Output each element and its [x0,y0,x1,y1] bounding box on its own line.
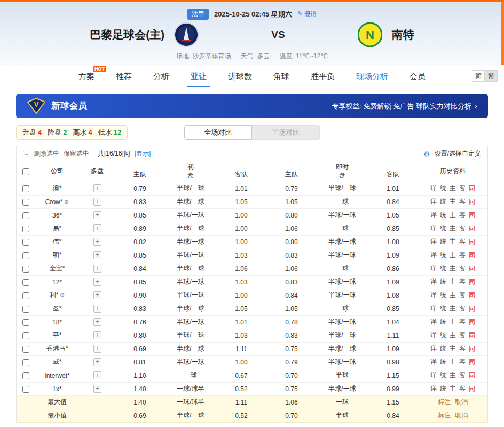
history-link-stats[interactable]: 统 [440,318,446,325]
history-link-same[interactable]: 同 [469,371,475,379]
row-checkbox[interactable] [22,239,29,246]
history-link-detail[interactable]: 详 [430,211,437,219]
nav-tab-6[interactable]: 角球 [263,65,300,87]
history-link-same[interactable]: 同 [469,331,475,339]
history-link-home[interactable]: 主 [450,251,456,259]
company-name[interactable]: 伟* [53,238,62,245]
history-link-detail[interactable]: 详 [430,385,437,392]
history-link-same[interactable]: 同 [469,265,475,272]
history-link-home[interactable]: 主 [450,291,456,299]
history-link-detail[interactable]: 详 [430,251,437,259]
history-link-away[interactable]: 客 [459,278,466,285]
history-link-stats[interactable]: 统 [440,211,446,219]
history-link-same[interactable]: 同 [469,238,475,245]
multi-odds-button[interactable]: + [93,305,101,313]
nav-tab-5[interactable]: 进球数 [217,65,263,87]
company-name[interactable]: Crow* [45,198,63,206]
company-name[interactable]: 明* [53,251,62,259]
row-checkbox[interactable] [22,185,29,192]
row-checkbox[interactable] [22,359,29,366]
multi-odds-button[interactable]: + [93,291,101,299]
row-checkbox[interactable] [22,306,29,313]
history-link-home[interactable]: 主 [450,265,456,272]
history-link-detail[interactable]: 详 [430,265,437,272]
multi-odds-button[interactable]: + [93,184,101,192]
row-checkbox[interactable] [22,266,29,273]
history-link-home[interactable]: 主 [450,184,456,192]
history-link-same[interactable]: 同 [469,211,475,219]
history-link-away[interactable]: 客 [459,358,466,366]
history-link-stats[interactable]: 统 [440,291,446,299]
history-link-home[interactable]: 主 [450,211,456,219]
history-link-home[interactable]: 主 [450,385,456,392]
history-link-stats[interactable]: 统 [440,184,446,192]
history-link-home[interactable]: 主 [450,318,456,325]
history-link-detail[interactable]: 详 [430,318,437,325]
history-link-same[interactable]: 同 [469,318,475,325]
history-link-stats[interactable]: 统 [440,251,446,259]
history-link-away[interactable]: 客 [459,211,466,219]
company-name[interactable]: 金宝* [50,265,65,272]
multi-odds-button[interactable]: + [93,371,101,379]
history-link-same[interactable]: 同 [469,198,475,205]
history-link-away[interactable]: 客 [459,224,466,232]
company-name[interactable]: 易* [53,224,62,232]
company-name[interactable]: 12* [52,278,62,286]
history-link-stats[interactable]: 统 [440,238,446,245]
history-link-detail[interactable]: 详 [430,358,437,366]
history-link-stats[interactable]: 统 [440,305,446,312]
history-link-same[interactable]: 同 [469,251,475,259]
history-link-home[interactable]: 主 [450,238,456,245]
row-checkbox[interactable] [22,226,29,232]
row-checkbox[interactable] [22,212,29,219]
nav-tab-1[interactable]: 方案HOT [68,65,105,87]
multi-odds-button[interactable]: + [93,318,101,326]
history-link-home[interactable]: 主 [450,371,456,379]
history-link-same[interactable]: 同 [469,291,475,299]
multi-odds-button[interactable]: + [93,385,101,393]
settings-customize-link[interactable]: 设置/选择自定义 [435,149,481,158]
select-action-icon[interactable] [23,151,29,157]
history-link-home[interactable]: 主 [450,224,456,232]
history-link-detail[interactable]: 详 [430,371,437,379]
delete-selected-button[interactable]: 删除选中 [34,149,59,158]
company-name[interactable]: 香港马* [46,345,68,352]
show-link[interactable]: [显示] [135,149,151,158]
history-link-same[interactable]: 同 [469,278,475,285]
gear-icon[interactable]: ⚙ [423,150,430,158]
summary-action-mark[interactable]: 标注 [438,398,451,406]
multi-odds-button[interactable]: + [93,331,101,339]
history-link-same[interactable]: 同 [469,305,475,312]
history-link-same[interactable]: 同 [469,184,475,192]
row-checkbox[interactable] [22,386,29,393]
company-name[interactable]: 澳* [53,184,62,192]
nav-tab-7[interactable]: 胜平负 [300,65,345,87]
history-link-detail[interactable]: 详 [430,238,437,245]
history-link-stats[interactable]: 统 [440,345,446,352]
lang-traditional-button[interactable]: 繁 [485,70,498,82]
company-name[interactable]: 36* [52,212,62,219]
history-link-same[interactable]: 同 [469,358,475,366]
row-checkbox[interactable] [22,372,29,379]
history-link-home[interactable]: 主 [450,305,456,312]
company-name[interactable]: Interwet* [44,372,69,379]
multi-odds-button[interactable]: + [93,358,101,366]
multi-odds-button[interactable]: + [93,238,101,246]
history-link-away[interactable]: 客 [459,184,466,192]
history-link-away[interactable]: 客 [459,238,466,245]
company-name[interactable]: 利* [50,291,59,299]
keep-selected-button[interactable]: 保留选中 [64,149,89,158]
history-link-detail[interactable]: 详 [430,278,437,285]
company-name[interactable]: 威* [53,358,62,366]
history-link-same[interactable]: 同 [469,385,475,392]
summary-action-cancel[interactable]: 取消 [455,412,468,419]
multi-odds-button[interactable]: + [93,265,101,273]
history-link-away[interactable]: 客 [459,251,466,259]
history-link-away[interactable]: 客 [459,198,466,205]
history-link-home[interactable]: 主 [450,358,456,366]
history-link-stats[interactable]: 统 [440,358,446,366]
company-name[interactable]: 18* [52,319,62,326]
history-link-stats[interactable]: 统 [440,224,446,232]
multi-odds-button[interactable]: + [93,224,101,232]
history-link-detail[interactable]: 详 [430,345,437,352]
